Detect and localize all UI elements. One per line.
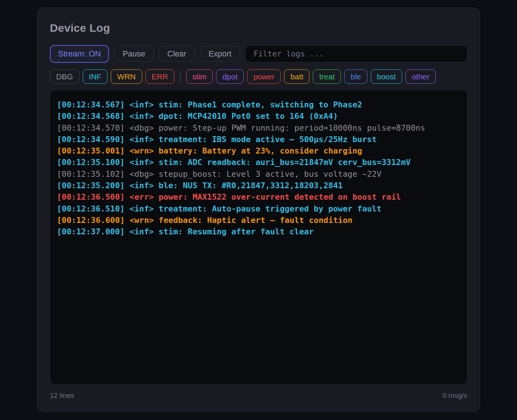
filter-input[interactable] <box>245 45 467 62</box>
log-line: [00:12:36.600] <wrn> feedback: Haptic al… <box>57 214 467 226</box>
clear-button[interactable]: Clear <box>159 46 195 62</box>
log-line: [00:12:37.000] <inf> stim: Resuming afte… <box>57 226 467 237</box>
pause-button[interactable]: Pause <box>114 46 154 62</box>
log-line: [00:12:34.570] <dbg> power: Step-up PWM … <box>57 122 467 134</box>
log-line: [00:12:35.200] <inf> ble: NUS TX: #R0,21… <box>57 180 467 191</box>
level-chip-err[interactable]: ERR <box>145 69 174 84</box>
tag-chip-other[interactable]: other <box>405 69 436 84</box>
log-line: [00:12:35.100] <inf> stim: ADC readback:… <box>57 156 467 168</box>
tag-chip-batt[interactable]: batt <box>284 69 309 84</box>
tag-chip-ble[interactable]: ble <box>344 69 367 84</box>
message-rate: 0 msg/s <box>442 392 467 400</box>
status-bar: 12 lines 0 msg/s <box>50 392 467 400</box>
tag-chip-stim[interactable]: stim <box>186 69 213 84</box>
log-output[interactable]: [00:12:34.567] <inf> stim: Phase1 comple… <box>50 90 467 384</box>
log-line: [00:12:36.510] <inf> treatment: Auto-pau… <box>57 203 467 214</box>
stream-toggle-button[interactable]: Stream: ON <box>50 45 109 63</box>
log-line: [00:12:34.567] <inf> stim: Phase1 comple… <box>57 99 467 110</box>
page-title: Device Log <box>50 21 467 34</box>
device-log-panel: Device Log Stream: ON Pause Clear Export… <box>37 7 480 412</box>
log-line: [00:12:35.001] <wrn> battery: Battery at… <box>57 145 467 156</box>
log-line: [00:12:34.568] <inf> dpot: MCP42010 Pot0… <box>57 110 467 122</box>
tag-chip-boost[interactable]: boost <box>371 69 402 84</box>
toolbar: Stream: ON Pause Clear Export <box>50 45 467 63</box>
chip-group-divider <box>180 71 181 82</box>
line-count: 12 lines <box>50 392 74 400</box>
export-button[interactable]: Export <box>200 46 240 62</box>
level-chip-inf[interactable]: INF <box>83 69 108 84</box>
tag-chip-power[interactable]: power <box>247 69 281 84</box>
level-chip-wrn[interactable]: WRN <box>111 69 142 84</box>
tag-chip-dpot[interactable]: dpot <box>216 69 244 84</box>
log-line: [00:12:35.102] <dbg> stepup_boost: Level… <box>57 168 467 180</box>
log-line: [00:12:34.590] <inf> treatment: IBS mode… <box>57 134 467 145</box>
log-line: [00:12:36.500] <err> power: MAX1522 over… <box>57 191 467 203</box>
level-chip-dbg[interactable]: DBG <box>50 69 79 84</box>
filter-chips-row: DBGINFWRNERRstimdpotpowerbatttreatbleboo… <box>50 69 467 84</box>
tag-chip-treat[interactable]: treat <box>313 69 341 84</box>
